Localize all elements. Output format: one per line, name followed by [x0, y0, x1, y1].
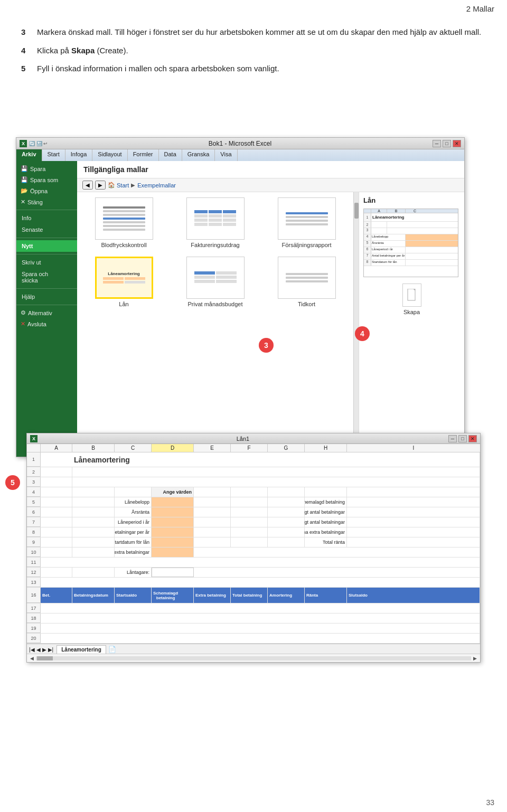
bs-oppna[interactable]: 📂 Öppna: [16, 185, 77, 196]
template-lan[interactable]: Låneamortering Lån: [82, 257, 165, 307]
cell-d10[interactable]: [152, 547, 194, 557]
cell-a5[interactable]: [41, 497, 72, 507]
tab-visa[interactable]: Visa: [215, 149, 237, 161]
cell-a7[interactable]: [41, 517, 72, 527]
cell-b9[interactable]: [72, 537, 115, 547]
cell-d8[interactable]: [152, 527, 194, 537]
cell-e9[interactable]: [194, 537, 231, 547]
cell-a1[interactable]: [41, 452, 72, 467]
cell-b10[interactable]: [72, 547, 115, 557]
tab-infoga[interactable]: Infoga: [65, 149, 93, 161]
cell-h4[interactable]: [305, 487, 347, 497]
sheet-nav-last[interactable]: ▶|: [48, 647, 54, 653]
cell-g5[interactable]: [268, 497, 305, 507]
cell-a12[interactable]: [41, 568, 72, 577]
cell-i5[interactable]: [347, 497, 480, 507]
cell-e6[interactable]: [194, 507, 231, 517]
close-button[interactable]: ✕: [453, 140, 461, 147]
template-blodfryckskontroll[interactable]: Blodfryckskontroll: [82, 197, 165, 248]
template-scrollbar[interactable]: [353, 192, 359, 457]
bs-nytt[interactable]: Nytt: [16, 240, 77, 252]
cell-17[interactable]: [41, 603, 480, 613]
cell-b4[interactable]: [72, 487, 115, 497]
cell-e5[interactable]: [194, 497, 231, 507]
cell-b12[interactable]: [72, 568, 115, 577]
cell-i9[interactable]: [347, 537, 480, 547]
nav-back-button[interactable]: ◀: [82, 181, 93, 190]
sheet-nav-first[interactable]: |◀: [29, 647, 35, 653]
sheet-nav-prev[interactable]: ◀: [36, 647, 41, 653]
cell-f4[interactable]: [231, 487, 268, 497]
tab-data[interactable]: Data: [159, 149, 182, 161]
template-faktureringsutdrag[interactable]: Faktureringsutdrag: [174, 197, 257, 248]
bs-avsluta[interactable]: ✕ Avsluta: [16, 318, 77, 329]
tab-sidlayout[interactable]: Sidlayout: [92, 149, 127, 161]
cell-d9[interactable]: [152, 537, 194, 547]
cell-11[interactable]: [41, 558, 480, 567]
cell-d7[interactable]: [152, 517, 194, 527]
nav-forward-button[interactable]: ▶: [95, 181, 106, 190]
cell-g7[interactable]: [268, 517, 305, 527]
bs-alternativ[interactable]: ⚙ Alternativ: [16, 307, 77, 318]
cell-b5[interactable]: [72, 497, 115, 507]
cell-g4[interactable]: [268, 487, 305, 497]
bs-skriv-ut[interactable]: Skriv ut: [16, 257, 77, 268]
cell-18[interactable]: [41, 613, 480, 623]
cell-b8[interactable]: [72, 527, 115, 537]
cell-e10[interactable]: [194, 547, 480, 557]
tab-start[interactable]: Start: [42, 149, 65, 161]
cell-i8[interactable]: [347, 527, 480, 537]
bs-spara-som[interactable]: 💾 Spara som: [16, 174, 77, 185]
cell-f8[interactable]: [231, 527, 268, 537]
bs-senaste[interactable]: Senaste: [16, 224, 77, 235]
cell-b6[interactable]: [72, 507, 115, 517]
bs-spara[interactable]: 💾 Spara: [16, 163, 77, 174]
bs-hjalp[interactable]: Hjälp: [16, 291, 77, 303]
template-forsaljningsrapport[interactable]: Försäljningsrapport: [265, 197, 348, 248]
cell-a8[interactable]: [41, 527, 72, 537]
cell-i7[interactable]: [347, 517, 480, 527]
template-privat-manadsbudget[interactable]: Privat månadsbudget: [174, 257, 257, 307]
sheet-tab-laneamortering[interactable]: Låneamortering: [57, 645, 106, 654]
cell-b2[interactable]: [72, 467, 480, 477]
cell-a3[interactable]: [41, 477, 72, 487]
bs-stang[interactable]: ✕ Stäng: [16, 196, 77, 207]
tab-formler[interactable]: Formler: [128, 149, 159, 161]
minimize-button[interactable]: ─: [433, 140, 441, 147]
cell-e4[interactable]: [194, 487, 231, 497]
sheet-nav-next[interactable]: ▶: [42, 647, 46, 653]
cell-f7[interactable]: [231, 517, 268, 527]
cell-13[interactable]: [41, 578, 480, 587]
cell-i6[interactable]: [347, 507, 480, 517]
cell-b7[interactable]: [72, 517, 115, 527]
cell-b3[interactable]: [72, 477, 480, 487]
cell-d6[interactable]: [152, 507, 194, 517]
tab-granska[interactable]: Granska: [182, 149, 215, 161]
cell-i4[interactable]: [347, 487, 480, 497]
bs-spara-skicka[interactable]: Spara ochskicka: [16, 268, 77, 286]
cell-a4[interactable]: [41, 487, 72, 497]
nav-home[interactable]: 🏠 Start: [108, 182, 129, 188]
minimize-button-2[interactable]: ─: [448, 435, 457, 442]
cell-a2[interactable]: [41, 467, 72, 477]
maximize-button-2[interactable]: □: [458, 435, 467, 442]
cell-e12[interactable]: [194, 568, 480, 577]
close-button-2[interactable]: ✕: [468, 435, 477, 442]
cell-f6[interactable]: [231, 507, 268, 517]
tab-arkiv[interactable]: Arkiv: [16, 149, 42, 161]
cell-19[interactable]: [41, 624, 480, 633]
nav-exempelmallar[interactable]: Exempelmallar: [137, 182, 176, 188]
create-button[interactable]: Skapa: [402, 284, 421, 315]
scrollbar-horizontal[interactable]: [36, 656, 471, 660]
cell-20[interactable]: [41, 634, 480, 643]
cell-a10[interactable]: [41, 547, 72, 557]
cell-a6[interactable]: [41, 507, 72, 517]
cell-a9[interactable]: [41, 537, 72, 547]
cell-f9[interactable]: [231, 537, 268, 547]
cell-e8[interactable]: [194, 527, 231, 537]
cell-c4[interactable]: [115, 487, 152, 497]
cell-d5[interactable]: [152, 497, 194, 507]
cell-g9[interactable]: [268, 537, 305, 547]
template-tidkort[interactable]: Tidkort: [265, 257, 348, 307]
cell-e7[interactable]: [194, 517, 231, 527]
